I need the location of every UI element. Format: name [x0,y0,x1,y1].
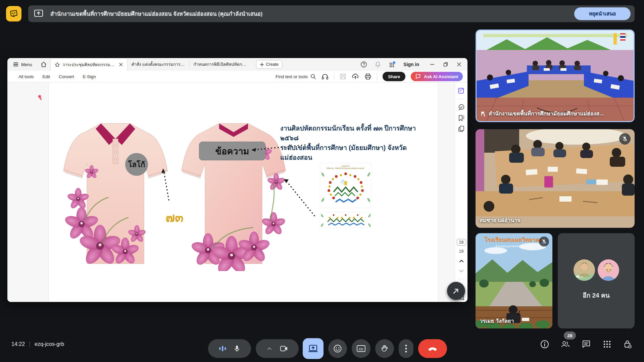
convert-menu[interactable]: Convert [59,74,74,79]
activities-grid-icon[interactable] [603,340,611,349]
captions-button[interactable]: CC [352,339,370,358]
more-participants-tile[interactable]: อีก 24 คน [558,233,635,328]
raise-hand-button[interactable] [375,339,394,358]
present-screen-button[interactable] [303,338,324,359]
smiley-icon [333,344,342,353]
acrobat-right-rail: 16 16 [455,83,467,302]
meet-app-icon [6,6,21,21]
page-total: 16 [459,249,464,254]
whiteboard-icon [9,9,18,18]
svg-text:อำเภอสบเมย จังหวัดแม่ฮ่องสอน: อำเภอสบเมย จังหวัดแม่ฮ่องสอน [495,245,532,248]
tab-schedule-document[interactable]: กำหนดการพิธีเปิดศิลปหัตกรรม.pdf [190,58,251,71]
more-options-button[interactable] [399,339,413,358]
meeting-details-icon[interactable] [540,340,549,349]
pin-annotation-icon[interactable] [37,94,44,102]
muted-mic-indicator [619,133,631,145]
camera-button[interactable] [256,339,299,358]
ask-ai-assistant-button[interactable]: Ask AI Assistant [411,72,463,81]
presenter-caption: สำนักงานเขตพื้นที่การศึกษามัธยมศึกษาแม่ฮ… [481,109,604,118]
mic-icon [233,345,241,352]
audio-level-icon [218,345,227,352]
participant-avatar [574,259,595,281]
toolbar-divider [377,73,377,80]
acrobat-menu-button[interactable]: Menu [7,61,37,67]
video-tile-participant-3[interactable]: โรงเรียนสบเมยวิทยาคม อำเภอสบเมย จังหวัดแ… [476,233,552,328]
acrobat-toolbar: All tools Edit Convert E-Sign Find text … [7,71,467,83]
divider [30,341,30,347]
esign-menu[interactable]: E-Sign [83,74,96,79]
comments-panel-icon[interactable] [457,104,466,111]
pages-panel-icon[interactable] [457,125,466,133]
print-icon[interactable] [364,73,371,80]
participants-icon[interactable] [561,340,570,349]
search-icon [310,74,316,80]
cloud-upload-icon[interactable] [352,73,359,80]
mic-button[interactable] [208,339,251,358]
menu-label: Menu [21,62,32,67]
video-tile-participant-2[interactable]: สมชาย แผ่อำนาจ [476,129,635,228]
acrobat-window: Menu วาระประชุมศิลปหัตถกรรมครั้ง... คำสั… [7,58,467,302]
hamburger-icon [13,61,19,67]
muted-mic-indicator [539,237,549,247]
ai-chat-icon [415,73,422,80]
mic-off-icon [622,136,628,142]
document-viewport[interactable]: โลโก้ ข้อความ งานศิลปหัตถกรรมนักเรียน คร… [7,83,455,302]
bookmarks-panel-icon[interactable] [457,114,466,122]
page-number-input[interactable]: 16 [457,239,466,246]
all-tools-menu[interactable]: All tools [18,74,34,79]
next-page-button[interactable] [457,268,466,274]
create-button[interactable]: Create [256,60,283,69]
tab-committee-document[interactable]: คำสั่ง แต่งตั้งคณะกรรมการศูนย์ประสาน... [128,58,189,71]
ai-assistant-panel-icon[interactable] [457,87,466,95]
presenting-text: สำนักงานเขตพื้นที่การศึกษามัธยมศึกษาแม่ฮ… [50,9,574,18]
raise-hand-icon [381,345,389,353]
close-window-icon[interactable] [457,62,461,67]
home-icon [40,61,47,68]
chat-icon[interactable] [582,340,591,349]
more-options-icon [405,345,407,353]
clock-time: 14:22 [11,341,25,347]
chevron-up-icon[interactable] [266,346,273,352]
reactions-button[interactable] [328,339,347,358]
end-call-icon [428,346,438,351]
tab-agenda-document[interactable]: วาระประชุมศิลปหัตถกรรมครั้ง... [50,58,128,71]
stop-presenting-button[interactable]: หยุดนำเสนอ [574,7,631,20]
camera-icon [280,345,288,352]
apps-grid-icon[interactable] [389,61,396,68]
minimize-icon[interactable] [430,62,435,67]
sign-in-button[interactable]: Sign in [403,62,419,67]
participants-count-badge: 28 [564,331,576,340]
find-text-button[interactable]: Find text or tools [276,74,316,80]
notifications-bell-icon[interactable] [375,61,381,68]
host-controls-icon[interactable] [624,340,632,349]
participant2-caption: สมชาย แผ่อำนาจ [480,216,521,224]
star-icon [55,62,60,67]
save-icon[interactable] [340,73,346,80]
restore-icon[interactable] [443,62,448,67]
participant2-video-feed [476,129,635,228]
expand-presentation-button[interactable] [447,282,465,300]
rail-divider [458,99,465,99]
help-icon[interactable] [360,61,367,68]
end-call-button[interactable] [418,339,447,358]
expand-arrow-icon [452,287,460,295]
toolbar-divider [334,73,334,80]
edit-menu[interactable]: Edit [43,74,50,79]
svg-text:CC: CC [359,347,363,351]
read-aloud-icon[interactable] [321,73,329,80]
video-tile-presenter[interactable]: สำนักงานเขตพื้นที่การศึกษามัธยมศึกษาแม่ฮ… [476,30,635,122]
meeting-code: ezq-jcos-grb [35,341,64,347]
pdf-page: โลโก้ ข้อความ งานศิลปหัตถกรรมนักเรียน คร… [48,83,438,302]
close-tab-icon[interactable] [119,62,123,67]
more-people-label: อีก 24 คน [558,290,635,300]
participant3-caption: วรเมธ วังกัลยา [480,317,514,325]
home-button[interactable] [37,61,50,68]
rail-divider [458,279,465,279]
share-button[interactable]: Share [383,72,405,81]
presenting-icon [481,111,486,116]
present-screen-icon [308,344,318,353]
presenter-video-feed [477,31,634,121]
previous-page-button[interactable] [457,258,466,264]
presenting-banner: สำนักงานเขตพื้นที่การศึกษามัธยมศึกษาแม่ฮ… [28,5,635,22]
mic-off-icon [541,239,547,244]
